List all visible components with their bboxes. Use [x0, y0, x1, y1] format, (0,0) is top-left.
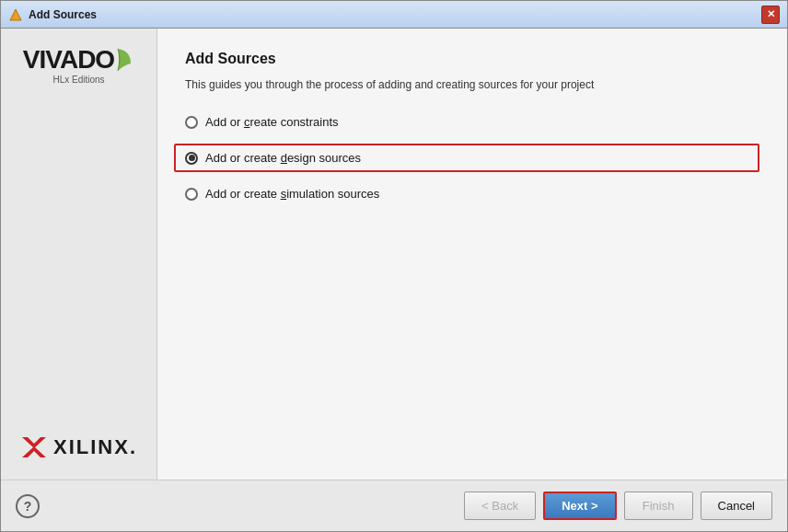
panel-description: This guides you through the process of a… [185, 76, 759, 93]
xilinx-text: XILINX. [53, 435, 137, 459]
footer: ? < Back Next > Finish Cancel [1, 480, 787, 531]
footer-buttons: < Back Next > Finish Cancel [464, 492, 772, 520]
option-constraints[interactable]: Add or create constraints [185, 115, 759, 129]
label-design: Add or create design sources [205, 151, 361, 165]
left-panel: VIVADO HLx Editions XILINX. [1, 29, 157, 480]
radio-group: Add or create constraints Add or create … [185, 115, 759, 201]
radio-simulation[interactable] [185, 188, 198, 201]
right-panel: Add Sources This guides you through the … [157, 29, 787, 480]
radio-design[interactable] [185, 152, 198, 165]
title-bar-text: Add Sources [29, 8, 761, 21]
xilinx-icon [20, 434, 48, 461]
vivado-text: VIVADO [23, 47, 114, 73]
next-button[interactable]: Next > [543, 492, 616, 520]
back-button[interactable]: < Back [464, 492, 536, 520]
app-icon [8, 7, 23, 22]
vivado-logo: VIVADO HLx Editions [23, 47, 134, 85]
label-simulation: Add or create simulation sources [205, 187, 379, 201]
help-button[interactable]: ? [16, 494, 40, 518]
option-simulation[interactable]: Add or create simulation sources [185, 187, 759, 201]
option-design[interactable]: Add or create design sources [174, 144, 759, 172]
vivado-leaf-icon [114, 47, 134, 73]
svg-marker-0 [10, 9, 21, 20]
svg-marker-1 [22, 437, 46, 457]
title-bar: Add Sources ✕ [1, 1, 787, 29]
label-constraints: Add or create constraints [205, 115, 339, 129]
finish-button[interactable]: Finish [624, 492, 693, 520]
panel-title: Add Sources [185, 51, 759, 67]
content-area: VIVADO HLx Editions XILINX. Add Sources [1, 29, 787, 480]
radio-constraints[interactable] [185, 116, 198, 129]
close-button[interactable]: ✕ [761, 6, 780, 24]
cancel-button[interactable]: Cancel [701, 492, 772, 520]
xilinx-logo: XILINX. [20, 434, 137, 461]
hlx-text: HLx Editions [52, 75, 104, 85]
main-window: Add Sources ✕ VIVADO HLx Editions [0, 0, 788, 532]
